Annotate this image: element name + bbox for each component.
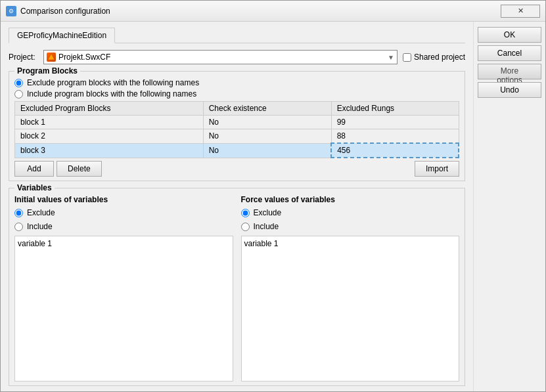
list-item: variable 1 <box>18 239 230 248</box>
col-header-name: Excluded Program Blocks <box>15 102 204 116</box>
initial-exclude-row: Exclude <box>14 208 233 217</box>
force-values-group: Force values of variables Exclude Includ… <box>241 195 460 381</box>
list-item: variable 1 <box>244 239 457 248</box>
initial-values-title: Initial values of variables <box>14 195 233 204</box>
close-button[interactable]: ✕ <box>501 5 540 18</box>
project-icon <box>47 53 56 62</box>
force-exclude-row: Exclude <box>241 208 460 217</box>
blocks-table: Excluded Program Blocks Check existence … <box>14 101 459 158</box>
dialog-icon: ⚙ <box>6 6 16 16</box>
col-header-check: Check existence <box>203 102 331 116</box>
force-include-row: Include <box>241 222 460 231</box>
radio-include[interactable] <box>14 90 23 98</box>
col-header-rungs: Excluded Rungs <box>331 102 459 116</box>
project-combobox[interactable]: Projekt.SwxCF ▼ <box>43 50 398 64</box>
table-row[interactable]: block 2No88 <box>15 129 459 144</box>
blocks-btn-row-left: Add Delete <box>14 161 102 177</box>
delete-button[interactable]: Delete <box>57 161 102 177</box>
cell-name: block 2 <box>15 129 204 144</box>
cell-check: No <box>203 116 331 129</box>
project-row: Project: Projekt.SwxCF ▼ Shared pro <box>9 50 465 64</box>
initial-values-group: Initial values of variables Exclude Incl… <box>14 195 233 381</box>
initial-include-radio[interactable] <box>14 223 23 231</box>
import-button[interactable]: Import <box>415 161 459 177</box>
radio-exclude-row: Exclude program blocks with the followin… <box>14 78 459 87</box>
initial-exclude-label: Exclude <box>27 208 55 217</box>
cell-name: block 3 <box>15 143 204 158</box>
program-blocks-content: Exclude program blocks with the followin… <box>14 76 459 177</box>
radio-exclude[interactable] <box>14 79 23 87</box>
force-exclude-radio[interactable] <box>241 209 250 217</box>
comparison-config-dialog: ⚙ Comparison configuration ✕ GEProficyMa… <box>0 0 546 392</box>
shared-project-checkbox[interactable] <box>403 53 411 62</box>
cancel-button[interactable]: Cancel <box>478 45 541 61</box>
project-value: Projekt.SwxCF <box>58 53 110 62</box>
program-blocks-section: Program Blocks Exclude program blocks wi… <box>9 71 465 181</box>
tab-ge-proficy[interactable]: GEProficyMachineEdition <box>9 28 115 43</box>
radio-exclude-label: Exclude program blocks with the followin… <box>27 78 199 87</box>
force-values-list[interactable]: variable 1 <box>241 236 460 381</box>
force-include-label: Include <box>254 222 279 231</box>
svg-marker-0 <box>48 54 55 60</box>
sidebar: OK Cancel More options Undo <box>473 22 545 391</box>
cell-check: No <box>203 143 331 158</box>
tab-bar: GEProficyMachineEdition <box>9 27 465 43</box>
radio-include-row: Include program blocks with the followin… <box>14 89 459 98</box>
table-row[interactable]: block 1No99 <box>15 116 459 129</box>
radio-include-label: Include program blocks with the followin… <box>27 89 196 98</box>
add-button[interactable]: Add <box>14 161 54 177</box>
main-content: GEProficyMachineEdition Project: Projekt… <box>1 22 473 391</box>
ok-button[interactable]: OK <box>478 27 541 43</box>
initial-exclude-radio[interactable] <box>14 209 23 217</box>
shared-project-label[interactable]: Shared project <box>403 53 465 62</box>
cell-name: block 1 <box>15 116 204 129</box>
more-options-button[interactable]: More options <box>478 64 541 79</box>
initial-include-row: Include <box>14 222 233 231</box>
initial-include-label: Include <box>27 222 53 231</box>
variables-section: Variables Initial values of variables Ex… <box>9 188 465 386</box>
blocks-btn-row: Add Delete Import <box>14 161 459 177</box>
project-combo-inner: Projekt.SwxCF <box>47 53 110 62</box>
variables-content: Initial values of variables Exclude Incl… <box>14 192 459 381</box>
project-label: Project: <box>9 53 38 62</box>
title-bar-left: ⚙ Comparison configuration <box>6 6 110 16</box>
dialog-body: GEProficyMachineEdition Project: Projekt… <box>1 22 545 391</box>
program-blocks-legend: Program Blocks <box>14 66 80 76</box>
cell-check: No <box>203 129 331 144</box>
table-row[interactable]: block 3No456 <box>15 143 459 158</box>
title-bar: ⚙ Comparison configuration ✕ <box>1 1 545 22</box>
variables-legend: Variables <box>14 183 55 192</box>
initial-values-list[interactable]: variable 1 <box>14 236 233 381</box>
cell-rungs: 88 <box>331 129 459 144</box>
force-include-radio[interactable] <box>241 223 250 231</box>
cell-rungs: 456 <box>331 143 459 158</box>
undo-button[interactable]: Undo <box>478 82 541 98</box>
cell-rungs: 99 <box>331 116 459 129</box>
combo-arrow-icon: ▼ <box>388 54 394 61</box>
dialog-title: Comparison configuration <box>20 7 110 16</box>
shared-project-text: Shared project <box>414 53 465 62</box>
force-exclude-label: Exclude <box>254 208 282 217</box>
force-values-title: Force values of variables <box>241 195 460 204</box>
